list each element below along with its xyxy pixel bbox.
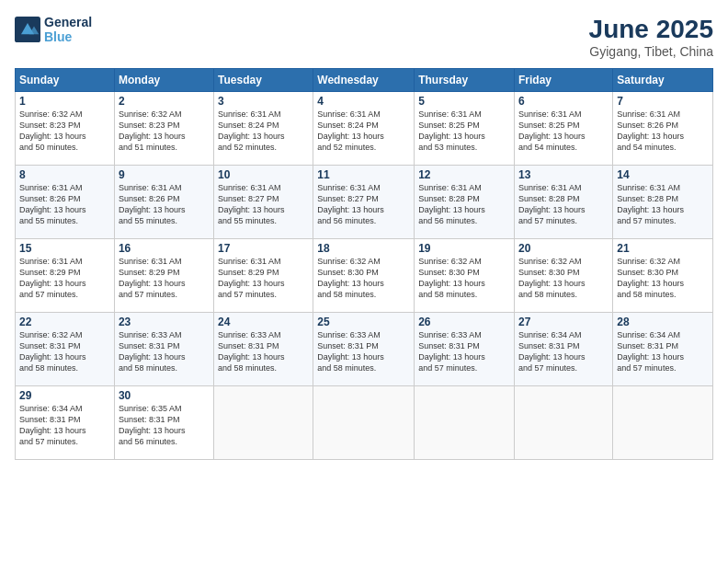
day-info: Sunrise: 6:31 AM Sunset: 8:25 PM Dayligh…: [518, 109, 609, 154]
day-number: 16: [119, 242, 210, 255]
day-info: Sunrise: 6:31 AM Sunset: 8:26 PM Dayligh…: [617, 109, 709, 154]
day-number: 4: [317, 95, 410, 108]
day-number: 27: [518, 316, 609, 328]
day-info: Sunrise: 6:34 AM Sunset: 8:31 PM Dayligh…: [19, 403, 110, 448]
day-number: 15: [19, 242, 110, 255]
dow-header-thursday: Thursday: [415, 69, 515, 92]
day-number: 11: [317, 168, 410, 181]
dow-header-sunday: Sunday: [16, 69, 115, 92]
calendar-cell: 13Sunrise: 6:31 AM Sunset: 8:28 PM Dayli…: [515, 166, 613, 239]
day-info: Sunrise: 6:32 AM Sunset: 8:23 PM Dayligh…: [19, 109, 110, 154]
calendar-cell: 22Sunrise: 6:32 AM Sunset: 8:31 PM Dayli…: [16, 313, 115, 386]
day-info: Sunrise: 6:33 AM Sunset: 8:31 PM Dayligh…: [418, 329, 510, 374]
day-number: 8: [19, 168, 110, 181]
calendar-cell: 30Sunrise: 6:35 AM Sunset: 8:31 PM Dayli…: [114, 386, 213, 460]
dow-header-monday: Monday: [114, 69, 213, 92]
calendar-cell: 9Sunrise: 6:31 AM Sunset: 8:26 PM Daylig…: [114, 166, 213, 239]
calendar-cell: 16Sunrise: 6:31 AM Sunset: 8:29 PM Dayli…: [114, 239, 213, 313]
day-info: Sunrise: 6:32 AM Sunset: 8:30 PM Dayligh…: [617, 256, 709, 301]
day-info: Sunrise: 6:33 AM Sunset: 8:31 PM Dayligh…: [317, 329, 410, 374]
day-number: 24: [218, 316, 309, 328]
day-number: 22: [19, 316, 110, 328]
days-of-week-row: SundayMondayTuesdayWednesdayThursdayFrid…: [16, 69, 713, 92]
calendar-cell: 23Sunrise: 6:33 AM Sunset: 8:31 PM Dayli…: [114, 313, 213, 386]
calendar-cell: 5Sunrise: 6:31 AM Sunset: 8:25 PM Daylig…: [415, 92, 515, 166]
calendar-cell: 12Sunrise: 6:31 AM Sunset: 8:28 PM Dayli…: [415, 166, 515, 239]
day-info: Sunrise: 6:31 AM Sunset: 8:24 PM Dayligh…: [218, 109, 309, 154]
week-row-3: 15Sunrise: 6:31 AM Sunset: 8:29 PM Dayli…: [16, 239, 713, 313]
calendar-cell: 3Sunrise: 6:31 AM Sunset: 8:24 PM Daylig…: [214, 92, 313, 166]
calendar-body: 1Sunrise: 6:32 AM Sunset: 8:23 PM Daylig…: [16, 92, 713, 460]
dow-header-tuesday: Tuesday: [214, 69, 313, 92]
week-row-4: 22Sunrise: 6:32 AM Sunset: 8:31 PM Dayli…: [16, 313, 713, 386]
page-header: General Blue June 2025 Gyigang, Tibet, C…: [15, 15, 713, 59]
calendar-cell: 26Sunrise: 6:33 AM Sunset: 8:31 PM Dayli…: [415, 313, 515, 386]
day-number: 12: [418, 168, 510, 181]
calendar-table: SundayMondayTuesdayWednesdayThursdayFrid…: [15, 68, 713, 460]
day-info: Sunrise: 6:32 AM Sunset: 8:31 PM Dayligh…: [19, 329, 110, 374]
calendar-cell: 19Sunrise: 6:32 AM Sunset: 8:30 PM Dayli…: [415, 239, 515, 313]
day-info: Sunrise: 6:31 AM Sunset: 8:27 PM Dayligh…: [218, 182, 309, 227]
day-number: 10: [218, 168, 309, 181]
dow-header-wednesday: Wednesday: [313, 69, 415, 92]
calendar-cell: 20Sunrise: 6:32 AM Sunset: 8:30 PM Dayli…: [515, 239, 613, 313]
day-number: 18: [317, 242, 410, 255]
day-number: 14: [617, 168, 709, 181]
calendar-cell: 17Sunrise: 6:31 AM Sunset: 8:29 PM Dayli…: [214, 239, 313, 313]
day-number: 7: [617, 95, 709, 108]
calendar-cell: 15Sunrise: 6:31 AM Sunset: 8:29 PM Dayli…: [16, 239, 115, 313]
day-number: 23: [119, 316, 210, 328]
day-info: Sunrise: 6:32 AM Sunset: 8:30 PM Dayligh…: [418, 256, 510, 301]
day-number: 9: [119, 168, 210, 181]
calendar-cell: 21Sunrise: 6:32 AM Sunset: 8:30 PM Dayli…: [613, 239, 713, 313]
day-info: Sunrise: 6:35 AM Sunset: 8:31 PM Dayligh…: [119, 403, 210, 448]
week-row-2: 8Sunrise: 6:31 AM Sunset: 8:26 PM Daylig…: [16, 166, 713, 239]
day-info: Sunrise: 6:34 AM Sunset: 8:31 PM Dayligh…: [518, 329, 609, 374]
calendar-cell: [515, 386, 613, 460]
day-info: Sunrise: 6:33 AM Sunset: 8:31 PM Dayligh…: [119, 329, 210, 374]
day-number: 13: [518, 168, 609, 181]
logo-text: General Blue: [44, 15, 92, 44]
dow-header-friday: Friday: [515, 69, 613, 92]
day-number: 28: [617, 316, 709, 328]
day-number: 19: [418, 242, 510, 255]
calendar-cell: 2Sunrise: 6:32 AM Sunset: 8:23 PM Daylig…: [114, 92, 213, 166]
calendar-cell: 28Sunrise: 6:34 AM Sunset: 8:31 PM Dayli…: [613, 313, 713, 386]
calendar-cell: 8Sunrise: 6:31 AM Sunset: 8:26 PM Daylig…: [16, 166, 115, 239]
calendar-cell: 24Sunrise: 6:33 AM Sunset: 8:31 PM Dayli…: [214, 313, 313, 386]
day-info: Sunrise: 6:33 AM Sunset: 8:31 PM Dayligh…: [218, 329, 309, 374]
calendar-cell: 10Sunrise: 6:31 AM Sunset: 8:27 PM Dayli…: [214, 166, 313, 239]
week-row-1: 1Sunrise: 6:32 AM Sunset: 8:23 PM Daylig…: [16, 92, 713, 166]
day-info: Sunrise: 6:31 AM Sunset: 8:24 PM Dayligh…: [317, 109, 410, 154]
day-number: 3: [218, 95, 309, 108]
day-number: 6: [518, 95, 609, 108]
day-info: Sunrise: 6:31 AM Sunset: 8:25 PM Dayligh…: [418, 109, 510, 154]
day-info: Sunrise: 6:31 AM Sunset: 8:27 PM Dayligh…: [317, 182, 410, 227]
day-number: 26: [418, 316, 510, 328]
logo: General Blue: [15, 15, 92, 44]
day-number: 5: [418, 95, 510, 108]
calendar-cell: 27Sunrise: 6:34 AM Sunset: 8:31 PM Dayli…: [515, 313, 613, 386]
calendar-cell: 14Sunrise: 6:31 AM Sunset: 8:28 PM Dayli…: [613, 166, 713, 239]
dow-header-saturday: Saturday: [613, 69, 713, 92]
calendar-cell: [613, 386, 713, 460]
day-info: Sunrise: 6:31 AM Sunset: 8:29 PM Dayligh…: [218, 256, 309, 301]
day-info: Sunrise: 6:31 AM Sunset: 8:28 PM Dayligh…: [418, 182, 510, 227]
day-number: 25: [317, 316, 410, 328]
location: Gyigang, Tibet, China: [589, 44, 713, 59]
calendar-cell: 7Sunrise: 6:31 AM Sunset: 8:26 PM Daylig…: [613, 92, 713, 166]
calendar-cell: [214, 386, 313, 460]
calendar-cell: 25Sunrise: 6:33 AM Sunset: 8:31 PM Dayli…: [313, 313, 415, 386]
calendar-cell: 29Sunrise: 6:34 AM Sunset: 8:31 PM Dayli…: [16, 386, 115, 460]
day-info: Sunrise: 6:31 AM Sunset: 8:29 PM Dayligh…: [19, 256, 110, 301]
logo-icon: [15, 17, 40, 42]
day-info: Sunrise: 6:31 AM Sunset: 8:28 PM Dayligh…: [518, 182, 609, 227]
day-info: Sunrise: 6:34 AM Sunset: 8:31 PM Dayligh…: [617, 329, 709, 374]
day-number: 2: [119, 95, 210, 108]
day-number: 30: [119, 389, 210, 402]
day-info: Sunrise: 6:31 AM Sunset: 8:26 PM Dayligh…: [19, 182, 110, 227]
calendar-cell: 1Sunrise: 6:32 AM Sunset: 8:23 PM Daylig…: [16, 92, 115, 166]
month-title: June 2025: [589, 15, 713, 44]
day-number: 1: [19, 95, 110, 108]
calendar-cell: 4Sunrise: 6:31 AM Sunset: 8:24 PM Daylig…: [313, 92, 415, 166]
